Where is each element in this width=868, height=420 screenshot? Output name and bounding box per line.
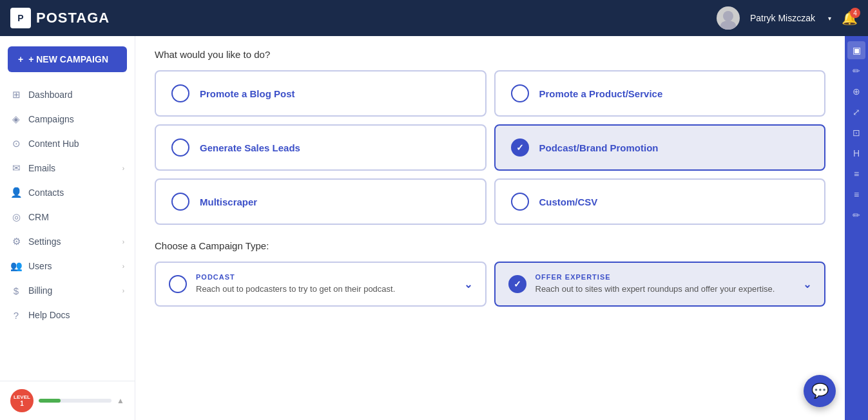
campaign-card-offer-expertise[interactable]: OFFER EXPERTISE Reach out to sites with … [494,262,826,307]
main-content: What would you like to do? Promote a Blo… [135,36,845,420]
chat-icon: 💬 [811,383,829,399]
right-panel-icon-edit[interactable]: ✏ [847,62,865,80]
new-campaign-button[interactable]: + + NEW CAMPAIGN [8,46,127,72]
contacts-icon: 👤 [10,187,22,198]
sidebar-expand-button[interactable]: ▲ [117,396,124,405]
progress-bar [39,399,111,403]
sidebar-label-help-docs: Help Docs [28,310,124,320]
level-label: LEVEL [14,394,30,400]
sidebar-item-contacts[interactable]: 👤 Contacts [0,180,135,205]
sidebar-label-contacts: Contacts [28,187,124,198]
nav-right: Patryk Miszczak ▾ 🔔 4 [717,6,858,30]
custom-csv-label: Custom/CSV [539,196,598,207]
right-panel-icon-zoom[interactable]: ⊕ [847,82,865,100]
podcast-chevron: ⌄ [464,278,472,291]
emails-icon: ✉ [10,162,22,174]
sidebar-item-dashboard[interactable]: ⊞ Dashboard [0,82,135,107]
right-panel-icon-h[interactable]: H [847,144,865,162]
right-panel: ▣ ✏ ⊕ ⤢ ⊡ H ≡ ≡ ✏ [845,36,868,420]
sidebar-nav: ⊞ Dashboard ◈ Campaigns ⊙ Content Hub ✉ … [0,82,135,381]
sidebar-item-help-docs[interactable]: ? Help Docs [0,303,135,327]
what-to-do-title: What would you like to do? [155,49,825,60]
offer-expertise-radio [508,275,526,293]
avatar [717,6,740,30]
user-dropdown-arrow[interactable]: ▾ [828,15,831,22]
plus-icon: + [18,54,23,64]
sidebar-item-emails[interactable]: ✉ Emails › [0,156,135,180]
notification-button[interactable]: 🔔 4 [842,10,858,26]
logo-text: POSTAGA [36,10,110,26]
crm-icon: ◎ [10,211,22,223]
right-panel-icon-list2[interactable]: ≡ [847,186,865,204]
option-generate-leads[interactable]: Generate Sales Leads [155,124,487,171]
options-grid: Promote a Blog Post Promote a Product/Se… [155,70,825,225]
level-badge: LEVEL 1 [10,389,34,412]
promote-blog-radio [171,84,189,102]
content-hub-icon: ⊙ [10,138,22,149]
podcast-campaign-radio [169,275,187,293]
multiscraper-radio [171,193,189,211]
sidebar-item-users[interactable]: 👥 Users › [0,254,135,278]
option-multiscraper[interactable]: Multiscraper [155,178,487,225]
topnav: P POSTAGA Patryk Miszczak ▾ 🔔 4 [0,0,868,36]
offer-expertise-chevron: ⌄ [803,278,811,291]
sidebar-item-billing[interactable]: $ Billing › [0,278,135,303]
sidebar-label-crm: CRM [28,212,124,222]
podcast-brand-label: Podcast/Brand Promotion [539,142,659,153]
settings-arrow: › [122,238,124,245]
progress-bar-fill [39,399,61,403]
option-podcast-brand[interactable]: Podcast/Brand Promotion [494,124,826,171]
notification-badge: 4 [850,8,860,18]
sidebar-label-campaigns: Campaigns [28,114,124,124]
custom-csv-radio [511,193,529,211]
level-number: 1 [20,400,24,407]
users-arrow: › [122,263,124,270]
sidebar-item-content-hub[interactable]: ⊙ Content Hub [0,131,135,156]
sidebar-item-crm[interactable]: ◎ CRM [0,205,135,229]
sidebar-item-campaigns[interactable]: ◈ Campaigns [0,107,135,131]
dashboard-icon: ⊞ [10,89,22,100]
promote-product-label: Promote a Product/Service [539,88,663,99]
emails-arrow: › [122,165,124,172]
logo-icon: P [10,8,31,28]
chat-button[interactable]: 💬 [804,375,836,407]
podcast-brand-radio [511,138,529,157]
billing-arrow: › [122,287,124,294]
option-custom-csv[interactable]: Custom/CSV [494,178,826,225]
users-icon: 👥 [10,260,22,272]
right-panel-icon-expand[interactable]: ⤢ [847,103,865,121]
promote-product-radio [511,84,529,102]
podcast-card-type: PODCAST [196,273,455,281]
option-promote-blog[interactable]: Promote a Blog Post [155,70,487,117]
right-panel-icon-pen[interactable]: ✏ [847,206,865,224]
campaign-type-title: Choose a Campaign Type: [155,240,825,251]
campaign-card-podcast[interactable]: PODCAST Reach out to podcasters to try t… [155,262,487,307]
sidebar-label-billing: Billing [28,285,116,296]
right-panel-icon-list1[interactable]: ≡ [847,165,865,183]
svg-point-1 [720,21,736,30]
sidebar-label-emails: Emails [28,163,116,173]
billing-icon: $ [10,285,22,296]
sidebar-label-users: Users [28,261,116,271]
svg-point-0 [723,11,733,21]
sidebar-label-content-hub: Content Hub [28,138,124,149]
offer-expertise-card-type: OFFER EXPERTISE [535,273,795,281]
generate-leads-label: Generate Sales Leads [200,142,300,153]
campaigns-icon: ◈ [10,113,22,125]
right-panel-icon-document[interactable]: ▣ [847,41,865,59]
offer-expertise-card-desc: Reach out to sites with expert roundups … [535,283,795,295]
new-campaign-label: + NEW CAMPAIGN [28,54,108,64]
generate-leads-radio [171,138,189,157]
podcast-card-desc: Reach out to podcasters to try to get on… [196,283,455,295]
logo-area: P POSTAGA [10,8,110,28]
right-panel-icon-grid[interactable]: ⊡ [847,124,865,142]
option-promote-product[interactable]: Promote a Product/Service [494,70,826,117]
sidebar-item-settings[interactable]: ⚙ Settings › [0,229,135,254]
promote-blog-label: Promote a Blog Post [200,88,295,99]
sidebar-label-dashboard: Dashboard [28,90,124,100]
sidebar-label-settings: Settings [28,236,116,247]
help-icon: ? [10,309,22,321]
user-name: Patryk Miszczak [750,13,815,23]
sidebar: + + NEW CAMPAIGN ⊞ Dashboard ◈ Campaigns… [0,36,135,420]
multiscraper-label: Multiscraper [200,196,257,207]
